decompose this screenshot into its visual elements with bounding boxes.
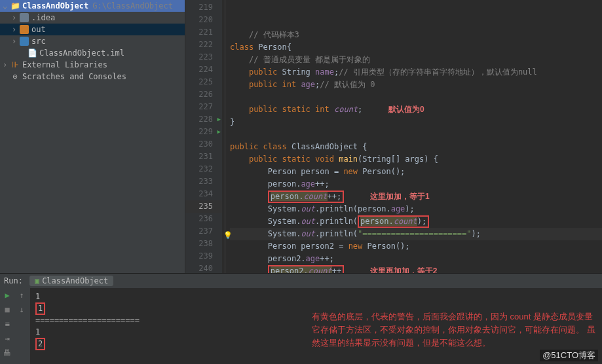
print-button[interactable]: 🖶 (0, 346, 14, 360)
code-line[interactable]: person.age++; (230, 178, 602, 191)
line-number: 229 (185, 126, 222, 138)
code-line[interactable]: person2.age++; (230, 253, 602, 265)
line-number: 239 (185, 250, 222, 263)
line-number: 220 (185, 14, 222, 26)
code-line[interactable]: public static void main(String[] args) { (230, 153, 602, 166)
line-number: 221 (185, 26, 222, 39)
tree-item[interactable]: src (0, 35, 185, 47)
chevron-icon[interactable] (12, 25, 20, 34)
up-button[interactable]: ↑ (14, 288, 29, 302)
external-libraries[interactable]: ⊪ External Libraries (0, 59, 185, 71)
code-line[interactable]: person.count++; 这里加加，等于1 (230, 191, 602, 203)
code-line[interactable]: // 普通成员变量 都是属于对象的 (230, 54, 602, 66)
code-line[interactable]: 💡 System.out.println("==================… (230, 228, 602, 240)
line-number: 232 (185, 163, 222, 175)
line-number: 225 (185, 76, 222, 88)
code-line[interactable]: public int age;// 默认值为 0 (230, 79, 602, 91)
line-number: 237 (185, 225, 222, 238)
run-config-tab[interactable]: ▣ ClassAndObject (29, 276, 113, 286)
run-panel: Run: ▣ ClassAndObject ▶ ■ ≡ ⇥ 🖶 ↑ ↓ 11==… (0, 273, 602, 364)
line-number: 219 (185, 1, 222, 14)
line-number: 235 (185, 200, 222, 213)
pin-button[interactable]: ⇥ (0, 331, 14, 346)
run-label: Run: (4, 276, 23, 285)
code-line[interactable]: class Person{ (230, 41, 602, 54)
code-line[interactable] (230, 91, 602, 103)
scratches[interactable]: ⊙ Scratches and Consoles (0, 71, 185, 82)
line-number: 228 (185, 113, 222, 126)
chevron-icon[interactable] (12, 37, 20, 46)
console-line: 1 (35, 291, 597, 302)
line-number: 223 (185, 51, 222, 64)
file-icon: 📄 (28, 48, 37, 58)
code-line[interactable]: public String name;// 引用类型（存的字符串首字符地址），默… (230, 66, 602, 79)
chevron-down-icon[interactable] (3, 1, 10, 10)
line-number: 227 (185, 101, 222, 113)
stop-button[interactable]: ■ (0, 302, 14, 317)
line-number: 233 (185, 175, 222, 188)
code-line[interactable]: } (230, 116, 602, 128)
line-number: 231 (185, 151, 222, 163)
code-line[interactable]: public static int count; 默认值为0 (230, 103, 602, 116)
tree-item[interactable]: 📄ClassAndObject.iml (0, 47, 185, 59)
folder-icon (20, 37, 29, 46)
annotation-warning: 有黄色的底层，代表的警告，后面我会跟讲的，因为 count 是静态成员变量 它存… (312, 310, 600, 350)
line-gutter: 2192202212222232242252262272282292302312… (185, 0, 222, 273)
chevron-icon[interactable] (12, 13, 20, 22)
run-icon: ▣ (35, 276, 39, 285)
project-sidebar: 📁 ClassAndObject G:\ClassAndObject .idea… (0, 0, 185, 273)
line-number: 238 (185, 238, 222, 250)
folder-icon (20, 25, 29, 34)
code-line[interactable]: person2.count++ 这里再加加，等于2 (230, 265, 602, 273)
scratch-icon: ⊙ (10, 72, 20, 81)
line-number: 224 (185, 64, 222, 76)
code-line[interactable] (230, 128, 602, 141)
project-path: G:\ClassAndObject (92, 1, 173, 10)
code-line[interactable]: System.out.println(person.age); (230, 203, 602, 215)
code-area[interactable]: // 代码样本3class Person{ // 普通成员变量 都是属于对象的 … (222, 0, 602, 273)
code-editor[interactable]: 2192202212222232242252262272282292302312… (185, 0, 602, 273)
code-line[interactable]: // 代码样本3 (230, 29, 602, 41)
line-number: 226 (185, 88, 222, 101)
library-icon: ⊪ (10, 60, 20, 69)
line-number: 234 (185, 188, 222, 200)
down-button[interactable]: ↓ (14, 302, 29, 317)
rerun-button[interactable]: ▶ (0, 288, 14, 302)
code-line[interactable]: Person person2 = new Person(); (230, 240, 602, 253)
tree-item[interactable]: out (0, 24, 185, 35)
console-output[interactable]: 11======================12有黄色的底层，代表的警告，后… (30, 288, 602, 364)
line-number: 236 (185, 213, 222, 225)
folder-icon (20, 13, 29, 22)
line-number: 222 (185, 39, 222, 51)
code-line[interactable]: public class ClassAndObject { (230, 141, 602, 153)
tree-item[interactable]: .idea (0, 12, 185, 24)
chevron-icon[interactable] (3, 60, 10, 69)
line-number: 240 (185, 263, 222, 273)
project-name: ClassAndObject (22, 1, 88, 10)
code-line[interactable]: Person person = new Person(); (230, 166, 602, 178)
project-root[interactable]: 📁 ClassAndObject G:\ClassAndObject (0, 0, 185, 12)
project-icon: 📁 (10, 1, 20, 10)
line-number: 230 (185, 138, 222, 151)
watermark: @51CTO博客 (540, 350, 598, 361)
run-toolbar: ▶ ■ ≡ ⇥ 🖶 ↑ ↓ (0, 288, 30, 364)
layout-button[interactable]: ≡ (0, 317, 14, 331)
code-line[interactable]: System.out.println(person.count); (230, 215, 602, 228)
